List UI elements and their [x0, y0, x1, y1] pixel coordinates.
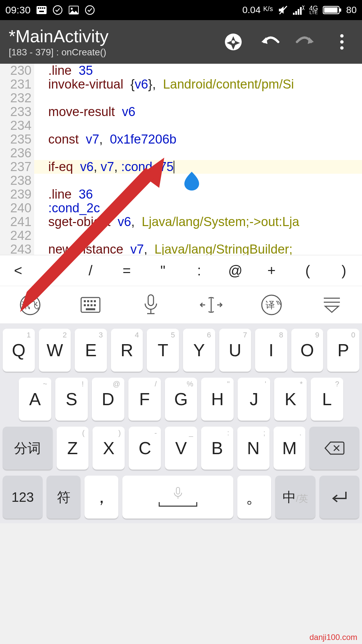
navigate-button[interactable] [223, 31, 244, 53]
backspace-key[interactable] [309, 427, 359, 470]
symbol-key[interactable]: + [253, 263, 290, 279]
space-bar-icon [158, 501, 198, 507]
language-switch-key[interactable]: 中/英 [275, 476, 315, 519]
letter-key-x[interactable]: )X [93, 427, 125, 470]
file-subtitle: [183 - 379] : onCreate() [9, 47, 223, 58]
letter-key-f[interactable]: /F [128, 378, 161, 421]
ime-toolbar: 讯飞 译 [0, 286, 362, 323]
svg-rect-34 [90, 304, 93, 306]
letter-key-e[interactable]: 3E [75, 329, 107, 372]
line-number: 238 [0, 174, 34, 187]
letter-key-b[interactable]: :B [201, 427, 233, 470]
svg-rect-47 [176, 487, 180, 494]
status-bar: 09:30 0.04 K/s 4GLTE 80 [0, 0, 362, 20]
numeric-key[interactable]: 123 [3, 476, 43, 519]
network-type: 4GLTE [309, 5, 318, 14]
redo-button[interactable] [295, 31, 316, 53]
svg-rect-0 [37, 6, 47, 14]
symbol-key[interactable]: > [36, 263, 72, 279]
letter-key-q[interactable]: 1Q [3, 329, 35, 372]
letter-key-t[interactable]: 5T [147, 329, 179, 372]
code-editor[interactable]: 230 231 232 233 234 235 236 237 238 239 … [0, 64, 362, 255]
check-circle-icon-2 [85, 5, 95, 15]
letter-key-r[interactable]: 4R [111, 329, 143, 372]
letter-key-v[interactable]: _V [165, 427, 197, 470]
svg-point-19 [232, 40, 235, 44]
code-line [34, 119, 362, 132]
watermark: danji100.com [309, 633, 357, 642]
symbols-key[interactable]: 符 [47, 476, 80, 519]
keyboard-row-1: 1Q2W3E4R5T6Y7U8I9O0P [3, 329, 359, 372]
check-circle-icon [53, 5, 63, 15]
collapse-keyboard-button[interactable] [318, 291, 345, 318]
voice-input-button[interactable] [137, 291, 164, 318]
letter-key-k[interactable]: *K [274, 378, 307, 421]
svg-rect-12 [295, 11, 297, 15]
keyboard-row-2: ~A!S@D/F%G"H'J*K?L [3, 378, 359, 421]
segment-key[interactable]: 分词 [3, 427, 53, 470]
letter-key-j[interactable]: 'J [238, 378, 270, 421]
letter-key-z[interactable]: (Z [57, 427, 89, 470]
letter-key-m[interactable]: .M [274, 427, 306, 470]
letter-key-o[interactable]: 9O [291, 329, 323, 372]
code-area[interactable]: .line 35 invoke-virtual {v6}, Landroid/c… [34, 64, 362, 255]
symbol-key[interactable]: / [72, 263, 109, 279]
battery-icon [323, 5, 342, 15]
undo-button[interactable] [259, 31, 280, 53]
letter-key-g[interactable]: %G [165, 378, 197, 421]
letter-key-h[interactable]: "H [201, 378, 234, 421]
letter-key-n[interactable]: ;N [237, 427, 269, 470]
symbol-key[interactable]: < [0, 263, 36, 279]
symbol-key[interactable]: ( [290, 263, 326, 279]
image-icon [69, 6, 79, 14]
line-number: 240 [0, 201, 34, 215]
line-number: 243 [0, 243, 34, 255]
line-number: 234 [0, 119, 34, 132]
symbol-key[interactable]: @ [217, 263, 253, 279]
svg-rect-2 [40, 7, 41, 9]
svg-rect-33 [87, 304, 89, 306]
keyboard-indicator-icon [37, 6, 47, 14]
line-gutter: 230 231 232 233 234 235 236 237 238 239 … [0, 64, 34, 255]
enter-key[interactable] [319, 476, 359, 519]
svg-rect-28 [84, 300, 86, 302]
svg-rect-29 [87, 300, 89, 302]
symbol-key[interactable]: : [181, 263, 217, 279]
letter-key-w[interactable]: 2W [39, 329, 71, 372]
line-number: 230 [0, 64, 34, 77]
svg-point-21 [340, 40, 344, 44]
svg-point-8 [71, 8, 73, 10]
translate-button[interactable]: 译 [258, 291, 285, 318]
line-number: 232 [0, 91, 34, 105]
letter-key-a[interactable]: ~A [19, 378, 51, 421]
code-line: .line 35 [34, 64, 362, 77]
letter-key-u[interactable]: 7U [219, 329, 251, 372]
svg-rect-5 [39, 11, 44, 12]
cursor-handle[interactable] [184, 172, 199, 191]
letter-key-y[interactable]: 6Y [183, 329, 215, 372]
code-line [34, 146, 362, 160]
symbol-key[interactable]: " [145, 263, 181, 279]
line-number: 235 [0, 132, 34, 146]
letter-key-p[interactable]: 0P [327, 329, 359, 372]
letter-key-l[interactable]: ?L [311, 378, 343, 421]
comma-key[interactable]: ， [84, 476, 118, 519]
file-title: *MainActivity [9, 26, 223, 46]
line-number: 231 [0, 77, 34, 91]
cursor-mode-button[interactable] [198, 291, 225, 318]
ime-brand-button[interactable]: 讯飞 [17, 291, 44, 318]
svg-point-22 [340, 46, 344, 50]
svg-rect-14 [300, 7, 302, 15]
letter-key-c[interactable]: -C [129, 427, 161, 470]
letter-key-i[interactable]: 8I [255, 329, 287, 372]
symbol-key[interactable]: ) [326, 263, 362, 279]
letter-key-s[interactable]: !S [55, 378, 88, 421]
symbol-key[interactable]: = [109, 263, 145, 279]
keyboard-layout-button[interactable] [77, 291, 104, 318]
period-key[interactable]: 。 [237, 476, 271, 519]
letter-key-d[interactable]: @D [92, 378, 124, 421]
space-key[interactable] [122, 476, 233, 519]
overflow-menu-button[interactable] [331, 31, 353, 53]
svg-rect-1 [38, 7, 39, 9]
line-number: 233 [0, 105, 34, 119]
